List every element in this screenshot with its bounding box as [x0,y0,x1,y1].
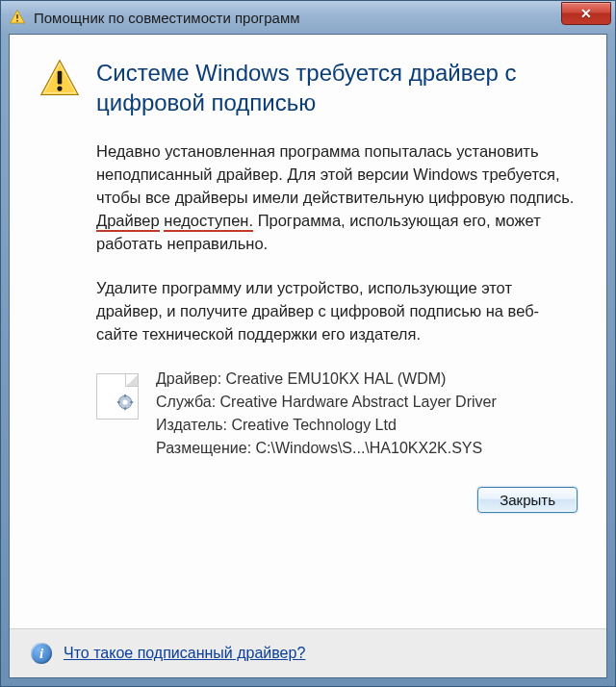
dialog-heading: Системе Windows требуется драйвер с цифр… [96,58,578,117]
window-frame: Системе Windows требуется драйвер с цифр… [1,34,615,686]
message-paragraph-1: Недавно установленная программа попытала… [96,140,578,256]
warning-icon [38,58,81,104]
window-close-button[interactable]: ✕ [561,2,611,25]
main-area: Системе Windows требуется драйвер с цифр… [10,35,606,628]
svg-rect-1 [16,20,18,22]
help-link[interactable]: Что такое подписанный драйвер? [64,645,305,662]
dialog-window: Помощник по совместимости программ ✕ [0,0,616,687]
svg-rect-7 [124,407,126,410]
content-panel: Системе Windows требуется драйвер с цифр… [9,34,607,678]
warning-icon [9,9,26,26]
svg-rect-6 [124,394,126,397]
detail-location: Размещение: C:\Windows\S...\HA10KX2K.SYS [156,437,497,460]
svg-rect-0 [16,14,18,19]
titlebar[interactable]: Помощник по совместимости программ ✕ [1,1,615,34]
svg-point-5 [122,399,127,404]
detail-driver: Драйвер: Creative EMU10KX HAL (WDM) [156,368,497,391]
svg-rect-9 [130,401,133,403]
svg-point-3 [57,87,62,91]
message-text: Недавно установленная программа попытала… [96,142,574,206]
header-row: Системе Windows требуется драйвер с цифр… [38,58,578,117]
window-title: Помощник по совместимости программ [34,10,561,26]
close-icon: ✕ [580,6,592,21]
highlighted-text: недоступен. [164,212,253,232]
button-row: Закрыть [96,487,578,513]
file-icon [96,373,139,420]
info-icon: i [31,643,52,664]
driver-details-row: Драйвер: Creative EMU10KX HAL (WDM) Служ… [96,368,578,460]
driver-details: Драйвер: Creative EMU10KX HAL (WDM) Служ… [156,368,497,460]
svg-rect-2 [58,71,63,85]
highlighted-text: Драйвер [96,212,160,232]
close-button[interactable]: Закрыть [477,487,578,513]
detail-publisher: Издатель: Creative Technology Ltd [156,414,497,437]
footer-bar: i Что такое подписанный драйвер? [10,628,606,677]
gear-icon [116,394,134,415]
detail-service: Служба: Creative Hardware Abstract Layer… [156,391,497,414]
message-paragraph-2: Удалите программу или устройство, исполь… [96,277,578,346]
svg-rect-8 [117,401,120,403]
